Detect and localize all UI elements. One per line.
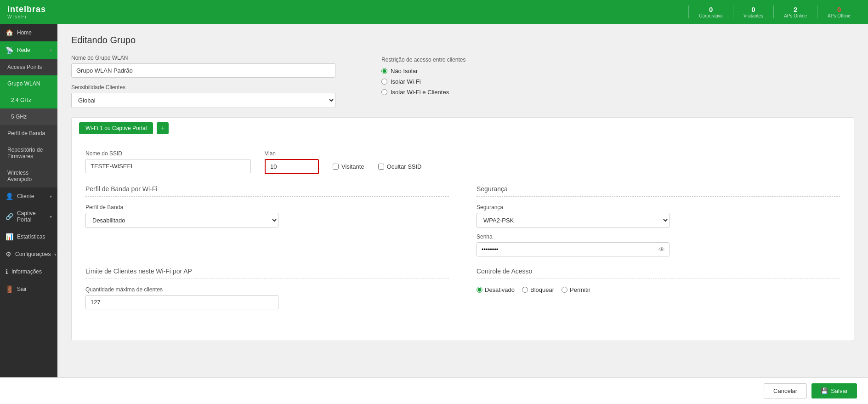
sidebar-item-repositorio-label: Repositório de Firmwares bbox=[7, 147, 52, 159]
radio-isolar-wifi-label: Isolar Wi-Fi bbox=[391, 78, 421, 85]
perfil-banda-label: Perfil de Banda bbox=[85, 204, 449, 211]
wlan-name-section: Nome do Grupo WLAN Sensibilidade Cliente… bbox=[71, 55, 335, 108]
tab-add-icon: + bbox=[161, 124, 165, 132]
radio-nao-isolar-input[interactable] bbox=[381, 68, 387, 74]
topbar-stats: 0 Corporativo 0 Visitantes 2 APs Online … bbox=[688, 6, 861, 18]
controle-acesso-title: Controle de Acesso bbox=[477, 267, 840, 275]
wlan-name-input[interactable] bbox=[71, 63, 335, 78]
tab-wifi1-label: Wi-Fi 1 ou Captive Portal bbox=[85, 125, 147, 131]
sidebar-item-access-points[interactable]: Access Points bbox=[0, 59, 57, 75]
controle-acesso-radio-group: Desativado Bloquear Permitir bbox=[477, 286, 840, 293]
sidebar-item-wireless[interactable]: Wireless Avançado bbox=[0, 165, 57, 188]
controle-divider bbox=[477, 279, 840, 279]
senha-input[interactable] bbox=[477, 242, 669, 256]
radio-isolar-wifi-input[interactable] bbox=[381, 79, 387, 85]
stat-corporativo-value: 0 bbox=[709, 6, 713, 13]
configuracoes-icon: ⚙ bbox=[6, 250, 11, 258]
rede-arrow-icon: ▾ bbox=[50, 48, 52, 53]
sidebar-item-informacoes[interactable]: ℹ Informações bbox=[0, 263, 57, 280]
qtd-clientes-label: Quantidade máxima de clientes bbox=[85, 286, 449, 293]
sidebar-item-captive[interactable]: 🔗 Captive Portal ▾ bbox=[0, 205, 57, 228]
sidebar-item-perfil-banda[interactable]: Perfil de Banda bbox=[0, 125, 57, 142]
seguranca-section-title: Segurança bbox=[477, 185, 840, 193]
ssid-group: Nome do SSID bbox=[85, 150, 251, 173]
stat-aps-offline[interactable]: 0 APs Offline bbox=[817, 6, 861, 18]
sidebar-item-5ghz[interactable]: 5 GHz bbox=[0, 108, 57, 125]
inner-form: Nome do SSID Vlan Visitante bbox=[72, 139, 854, 331]
radio-bloquear-input[interactable] bbox=[522, 287, 528, 293]
stat-visitantes-label: Visitantes bbox=[743, 13, 763, 18]
sidebar-item-rede[interactable]: 📡 Rede ▾ bbox=[0, 41, 57, 59]
radio-desativado-input[interactable] bbox=[477, 287, 482, 293]
stat-visitantes-value: 0 bbox=[751, 6, 755, 13]
perfil-banda-wifi-title: Perfil de Banda por Wi-Fi bbox=[85, 185, 449, 193]
sidebar-item-estatisticas[interactable]: 📊 Estatísticas bbox=[0, 228, 57, 245]
cliente-arrow-icon: ▾ bbox=[50, 194, 52, 199]
access-restriction-label: Restrição de acesso entre clientes bbox=[381, 57, 465, 63]
seguranca-select[interactable]: WPA2-PSK WPA-PSK WPA3-PSK Aberto bbox=[477, 213, 669, 228]
radio-isolar-wifi[interactable]: Isolar Wi-Fi bbox=[381, 78, 465, 85]
sidebar-item-informacoes-label: Informações bbox=[11, 268, 42, 275]
sidebar-item-cliente[interactable]: 👤 Cliente ▾ bbox=[0, 188, 57, 205]
radio-nao-isolar[interactable]: Não Isolar bbox=[381, 68, 465, 74]
qtd-clientes-input[interactable] bbox=[85, 295, 278, 309]
radio-isolar-wifi-clientes[interactable]: Isolar Wi-Fi e Clientes bbox=[381, 89, 465, 96]
sidebar-item-repositorio[interactable]: Repositório de Firmwares bbox=[0, 142, 57, 165]
radio-nao-isolar-label: Não Isolar bbox=[391, 68, 418, 74]
ssid-input[interactable] bbox=[85, 159, 251, 173]
ocultar-ssid-checkbox-label[interactable]: Ocultar SSID bbox=[378, 163, 422, 170]
ocultar-ssid-checkbox[interactable] bbox=[378, 164, 384, 170]
tabs-header: Wi-Fi 1 ou Captive Portal + bbox=[72, 118, 854, 139]
sidebar-item-configuracoes-label: Configurações bbox=[15, 251, 51, 257]
eye-icon[interactable]: 👁 bbox=[658, 246, 665, 253]
tab-add-button[interactable]: + bbox=[157, 122, 169, 134]
save-button[interactable]: 💾 Salvar bbox=[811, 383, 857, 398]
radio-desativado[interactable]: Desativado bbox=[477, 286, 515, 293]
sensitivity-select[interactable]: Global Baixo Médio Alto bbox=[71, 93, 335, 108]
access-restriction-radio-group: Não Isolar Isolar Wi-Fi Isolar Wi-Fi e C… bbox=[381, 68, 465, 96]
save-label: Salvar bbox=[831, 387, 848, 394]
radio-isolar-wifi-clientes-label: Isolar Wi-Fi e Clientes bbox=[391, 89, 449, 96]
configuracoes-arrow-icon: ▾ bbox=[54, 252, 57, 257]
visitante-checkbox-label[interactable]: Visitante bbox=[333, 163, 364, 170]
stat-visitantes[interactable]: 0 Visitantes bbox=[733, 6, 773, 18]
logo: intelbras WiseFi bbox=[7, 5, 46, 19]
home-icon: 🏠 bbox=[6, 29, 13, 36]
stat-aps-online-value: 2 bbox=[794, 6, 797, 13]
sidebar-item-configuracoes[interactable]: ⚙ Configurações ▾ bbox=[0, 245, 57, 263]
sidebar-item-sair-label: Sair bbox=[17, 286, 27, 292]
cancel-button[interactable]: Cancelar bbox=[764, 383, 807, 398]
perfil-banda-col: Perfil de Banda por Wi-Fi Perfil de Band… bbox=[85, 185, 449, 256]
radio-permitir-input[interactable] bbox=[562, 287, 567, 293]
senha-group: Senha 👁 bbox=[477, 233, 840, 256]
sidebar-item-grupo-wlan[interactable]: Grupo WLAN bbox=[0, 75, 57, 92]
radio-bloquear[interactable]: Bloquear bbox=[522, 286, 554, 293]
tab-wifi1[interactable]: Wi-Fi 1 ou Captive Portal bbox=[79, 122, 153, 134]
perfil-banda-select[interactable]: Desabilitado Opção 1 bbox=[85, 213, 278, 228]
perfil-divider bbox=[85, 196, 449, 197]
stat-corporativo-label: Corporativo bbox=[699, 13, 723, 18]
password-wrapper: 👁 bbox=[477, 242, 669, 256]
visitante-checkbox[interactable] bbox=[333, 164, 339, 170]
stat-corporativo[interactable]: 0 Corporativo bbox=[688, 6, 733, 18]
save-icon: 💾 bbox=[821, 387, 828, 394]
tabs-section: Wi-Fi 1 ou Captive Portal + Nome do SSID… bbox=[71, 117, 854, 341]
vlan-input[interactable] bbox=[267, 161, 317, 172]
vlan-label: Vlan bbox=[265, 150, 319, 157]
sidebar-item-24ghz[interactable]: 2.4 GHz bbox=[0, 92, 57, 108]
brand-name: intelbras bbox=[7, 5, 46, 14]
sidebar-item-access-points-label: Access Points bbox=[7, 64, 42, 70]
access-restriction-section: Restrição de acesso entre clientes Não I… bbox=[381, 57, 465, 96]
sidebar-item-sair[interactable]: 🚪 Sair bbox=[0, 280, 57, 298]
stat-aps-offline-value: 0 bbox=[837, 6, 841, 13]
second-two-col: Limite de Clientes neste Wi-Fi por AP Qu… bbox=[85, 267, 840, 309]
radio-isolar-wifi-clientes-input[interactable] bbox=[381, 89, 387, 95]
stat-aps-online[interactable]: 2 APs Online bbox=[773, 6, 817, 18]
sidebar-item-5ghz-label: 5 GHz bbox=[11, 114, 27, 120]
wlan-name-label: Nome do Grupo WLAN bbox=[71, 55, 335, 61]
sidebar-item-24ghz-label: 2.4 GHz bbox=[11, 97, 31, 103]
page-title: Editando Grupo bbox=[71, 35, 854, 46]
sidebar-item-home[interactable]: 🏠 Home bbox=[0, 24, 57, 41]
limite-clientes-title: Limite de Clientes neste Wi-Fi por AP bbox=[85, 267, 449, 275]
radio-permitir[interactable]: Permitir bbox=[562, 286, 590, 293]
